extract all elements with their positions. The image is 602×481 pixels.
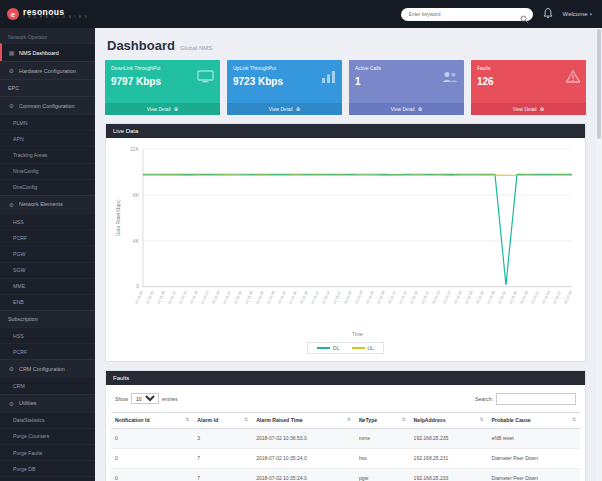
sidebar-item-purge-crm-counters[interactable]: Purge CRM Counters bbox=[0, 476, 95, 481]
column-header-alarm-id[interactable]: Alarm Id⇅ bbox=[193, 412, 252, 428]
table-cell: 0 bbox=[111, 448, 193, 468]
svg-text:21:15:24: 21:15:24 bbox=[211, 290, 221, 304]
svg-text:8K: 8K bbox=[133, 192, 140, 198]
view-detail-button[interactable]: View Detail⊕ bbox=[349, 103, 464, 115]
svg-text:21:15:27: 21:15:27 bbox=[222, 290, 232, 304]
svg-text:21:15:33: 21:15:33 bbox=[244, 290, 254, 304]
sidebar-item-utilities[interactable]: ⚙Utilities bbox=[0, 394, 95, 412]
sidebar-item-enb[interactable]: ENB bbox=[0, 294, 95, 310]
sidebar-item-pcrf[interactable]: PCRF bbox=[0, 343, 95, 359]
view-detail-button[interactable]: View Detail⊕ bbox=[471, 103, 586, 115]
sidebar-nav: Network Operator▦NMS Dashboard⚙Hardware … bbox=[0, 28, 95, 481]
sort-icon: ⇅ bbox=[572, 417, 576, 422]
view-detail-label: View Detail bbox=[269, 107, 293, 112]
table-cell: 7 bbox=[193, 448, 252, 468]
sidebar-item-hss[interactable]: HSS bbox=[0, 213, 95, 229]
sidebar-item-dnsconfig[interactable]: DnsConfig bbox=[0, 179, 95, 195]
view-detail-button[interactable]: View Detail⊕ bbox=[227, 103, 342, 115]
signal-icon bbox=[322, 69, 336, 87]
sidebar-item-nmsconfig[interactable]: NmsConfig bbox=[0, 163, 95, 179]
sidebar-item-hss[interactable]: HSS bbox=[0, 327, 95, 343]
legend-swatch bbox=[317, 347, 330, 349]
brand-tagline: T E C H N O L O G I E S bbox=[23, 17, 88, 20]
sidebar-item-plmn[interactable]: PLMN bbox=[0, 114, 95, 130]
sort-icon: ⇅ bbox=[185, 417, 189, 422]
card-value: 126 bbox=[477, 76, 580, 87]
svg-text:Data Rate(Kbps): Data Rate(Kbps) bbox=[115, 199, 121, 236]
svg-text:21:15:06: 21:15:06 bbox=[145, 290, 155, 304]
sidebar-item-purge-faults[interactable]: Purge Faults bbox=[0, 444, 95, 460]
svg-text:21:16:06: 21:16:06 bbox=[365, 290, 375, 304]
faults-search-input[interactable] bbox=[496, 393, 576, 405]
entries-select[interactable]: 10 bbox=[131, 393, 159, 404]
svg-text:21:16:42: 21:16:42 bbox=[497, 290, 507, 304]
sidebar-item-pgw[interactable]: PGW bbox=[0, 245, 95, 261]
card-body: Faults126 bbox=[471, 60, 586, 103]
table-row[interactable]: 072018-07-02 10:35:24.0hss192.168.25.231… bbox=[111, 448, 580, 468]
table-cell: 0 bbox=[111, 468, 193, 481]
svg-text:21:16:09: 21:16:09 bbox=[376, 290, 386, 304]
brand-logo[interactable]: e resonous T E C H N O L O G I E S bbox=[0, 8, 107, 20]
sidebar-item-datastatistics[interactable]: DataStatistics bbox=[0, 412, 95, 428]
card-uplink-throughput: UpLink ThroughPut9723 KbpsView Detail⊕ bbox=[227, 60, 342, 115]
sidebar-item-label: Network Operator bbox=[8, 34, 47, 40]
sidebar-item-label: HSS bbox=[13, 219, 24, 225]
sidebar-item-epc[interactable]: EPC bbox=[0, 79, 95, 96]
page-scrollbar[interactable] bbox=[596, 28, 602, 481]
summary-cards: DownLink ThroughPut9797 KbpsView Detail⊕… bbox=[105, 60, 586, 115]
legend-item-ul[interactable]: UL bbox=[352, 345, 374, 351]
svg-text:12K: 12K bbox=[130, 146, 140, 152]
sidebar-item-tracking-areas[interactable]: Tracking Areas bbox=[0, 146, 95, 162]
sidebar-item-mme[interactable]: MME bbox=[0, 278, 95, 294]
user-menu[interactable]: Welcome ▾ bbox=[563, 11, 592, 17]
column-header-alarm-raised-time[interactable]: Alarm Raised Time⇅ bbox=[252, 412, 355, 428]
keyword-search-input[interactable] bbox=[401, 8, 533, 21]
sidebar-item-label: EPC bbox=[8, 85, 19, 91]
sidebar-item-crm[interactable]: CRM bbox=[0, 377, 95, 393]
sidebar-item-purge-db[interactable]: Purge DB bbox=[0, 460, 95, 476]
sidebar-item-crm-configuration[interactable]: ⚙CRM Configuration bbox=[0, 359, 95, 377]
column-header-notification-id[interactable]: Notification Id⇅ bbox=[111, 412, 193, 428]
sidebar-item-label: Tracking Areas bbox=[13, 152, 47, 158]
table-row[interactable]: 032018-07-02 10:36:53.0mme192.168.25.235… bbox=[111, 428, 580, 448]
sidebar-item-common-configuration[interactable]: ⚙Common Configuration bbox=[0, 96, 95, 114]
sidebar-item-label: NMS Dashboard bbox=[19, 50, 59, 56]
table-cell: hss bbox=[355, 448, 410, 468]
table-cell: mme bbox=[355, 428, 410, 448]
column-header-probable-cause[interactable]: Probable Cause⇅ bbox=[488, 412, 580, 428]
table-cell: Diameter Peer Down bbox=[488, 448, 580, 468]
svg-text:21:16:27: 21:16:27 bbox=[442, 290, 452, 304]
sidebar-item-pcrf[interactable]: PCRF bbox=[0, 229, 95, 245]
svg-text:21:15:30: 21:15:30 bbox=[233, 290, 243, 304]
svg-text:0: 0 bbox=[136, 283, 139, 289]
page-subtitle: Global NMS bbox=[180, 45, 212, 51]
column-header-netype[interactable]: NeType⇅ bbox=[355, 412, 410, 428]
table-cell: pgw bbox=[355, 468, 410, 481]
faults-table: Notification Id⇅Alarm Id⇅Alarm Raised Ti… bbox=[111, 412, 580, 481]
circle-plus-icon: ⊕ bbox=[540, 106, 545, 112]
sidebar-item-apn[interactable]: APN bbox=[0, 130, 95, 146]
entries-label: entries bbox=[162, 396, 178, 402]
sidebar-item-purge-counters[interactable]: Purge Counters bbox=[0, 428, 95, 444]
table-row[interactable]: 072018-07-02 10:35:24.0pgw192.168.25.233… bbox=[111, 468, 580, 481]
svg-text:21:16:21: 21:16:21 bbox=[420, 290, 430, 304]
sidebar-item-network-operator: Network Operator bbox=[0, 28, 95, 43]
svg-text:Time: Time bbox=[352, 331, 363, 337]
svg-text:21:16:12: 21:16:12 bbox=[387, 290, 397, 304]
sidebar-item-label: MME bbox=[13, 283, 25, 289]
sidebar-item-subscription[interactable]: Subscription bbox=[0, 310, 95, 327]
sidebar-item-network-elements[interactable]: ⚙Network Elements bbox=[0, 195, 95, 213]
sidebar-item-nms-dashboard[interactable]: ▦NMS Dashboard bbox=[0, 43, 95, 61]
search-icon[interactable] bbox=[520, 10, 529, 28]
view-detail-button[interactable]: View Detail⊕ bbox=[105, 103, 220, 115]
sidebar-item-sgw[interactable]: SGW bbox=[0, 262, 95, 278]
alert-icon bbox=[566, 69, 580, 87]
sidebar-item-label: Utilities bbox=[19, 400, 36, 406]
chart-legend: DLUL bbox=[307, 342, 384, 354]
legend-item-dl[interactable]: DL bbox=[317, 345, 339, 351]
card-faults: Faults126View Detail⊕ bbox=[471, 60, 586, 115]
sidebar-item-hardware-configuration[interactable]: ⚙Hardware Configuration bbox=[0, 61, 95, 79]
notifications-bell-icon[interactable] bbox=[543, 5, 553, 23]
column-header-neipaddress[interactable]: NeIpAddress⇅ bbox=[410, 412, 488, 428]
scrollbar-thumb[interactable] bbox=[597, 29, 601, 139]
